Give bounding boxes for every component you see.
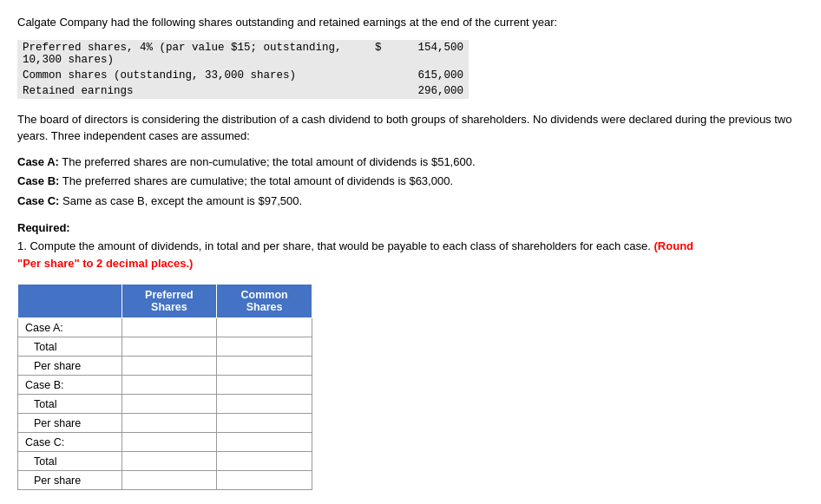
table-row: Total — [18, 395, 312, 414]
case-b-pershare-label: Per share — [18, 414, 122, 433]
case-b-preferred-total-cell — [122, 376, 217, 395]
case-a-common-pershare-input-cell[interactable] — [217, 357, 312, 376]
col-common: CommonShares — [217, 285, 312, 318]
case-c-common-pershare-input-cell[interactable] — [217, 471, 312, 490]
table-row: Per share — [18, 471, 312, 490]
case-a-preferred-pershare-input[interactable] — [129, 360, 210, 372]
case-a-total-label: Total — [18, 337, 122, 357]
case-b-common-pershare-input[interactable] — [224, 417, 305, 429]
case-b-common-total-input-cell[interactable] — [217, 395, 312, 414]
table-row: Total — [18, 452, 312, 471]
case-a-common-total-cell — [217, 318, 312, 337]
case-c-text: Case C: Same as case B, except the amoun… — [17, 193, 804, 211]
case-c-common-pershare-input[interactable] — [224, 475, 305, 487]
case-a-preferred-pershare-input-cell[interactable] — [122, 357, 217, 376]
case-b-text: Case B: The preferred shares are cumulat… — [17, 173, 804, 191]
case-c-common-total-cell — [217, 433, 312, 452]
case-c-row-label: Case C: — [18, 433, 122, 452]
case-b-total-label: Total — [18, 395, 122, 414]
case-c-label: Case C: — [17, 194, 59, 207]
case-b-common-pershare-input-cell[interactable] — [217, 414, 312, 433]
case-c-preferred-total-cell — [122, 433, 217, 452]
table-corner — [18, 285, 122, 318]
case-a-preferred-total-cell — [122, 318, 217, 337]
case-b-common-total-input[interactable] — [224, 398, 305, 410]
table-row: Case A: — [18, 318, 312, 337]
share-dollar-0: $ — [366, 40, 387, 68]
case-c-common-total-input-cell[interactable] — [217, 452, 312, 471]
cases-section: Case A: The preferred shares are non-cum… — [17, 154, 804, 211]
case-b-preferred-total-input[interactable] — [129, 398, 210, 410]
case-a-preferred-total-input-cell[interactable] — [122, 337, 217, 357]
dividend-table: PreferredShares CommonShares Case A: Tot… — [17, 284, 312, 490]
share-dollar-1 — [366, 68, 387, 83]
case-a-common-total-input-cell[interactable] — [217, 337, 312, 357]
instruction-decimal: "Per share" to 2 decimal places.) — [17, 257, 193, 270]
required-section: Required: 1. Compute the amount of divid… — [17, 219, 804, 273]
table-row: Case C: — [18, 433, 312, 452]
table-row: Case B: — [18, 376, 312, 395]
case-a-preferred-total-input[interactable] — [129, 341, 210, 353]
case-b-desc: The preferred shares are cumulative; the… — [59, 174, 453, 187]
share-label-2: Retained earnings — [17, 83, 366, 99]
instruction-round: (Round — [654, 239, 693, 252]
case-c-preferred-pershare-input-cell[interactable] — [122, 471, 217, 490]
case-b-common-total-cell — [217, 376, 312, 395]
table-row: Per share — [18, 414, 312, 433]
table-row: Total — [18, 337, 312, 357]
board-text: The board of directors is considering th… — [17, 111, 804, 145]
table-row: Per share — [18, 357, 312, 376]
col-preferred: PreferredShares — [122, 285, 217, 318]
case-c-preferred-pershare-input[interactable] — [129, 475, 210, 487]
share-dollar-2 — [366, 83, 387, 99]
case-c-total-label: Total — [18, 452, 122, 471]
case-c-pershare-label: Per share — [18, 471, 122, 490]
case-a-label: Case A: — [17, 155, 59, 168]
instruction-text: 1. Compute the amount of dividends, in t… — [17, 239, 651, 252]
share-label-1: Common shares (outstanding, 33,000 share… — [17, 68, 366, 83]
case-b-row-label: Case B: — [18, 376, 122, 395]
case-a-desc: The preferred shares are non-cumulative;… — [59, 155, 476, 168]
share-value-0: 154,500 — [386, 40, 469, 68]
case-a-text: Case A: The preferred shares are non-cum… — [17, 154, 804, 172]
share-value-1: 615,000 — [386, 68, 469, 83]
case-a-row-label: Case A: — [18, 318, 122, 337]
case-a-common-total-input[interactable] — [224, 341, 305, 353]
case-b-preferred-pershare-input-cell[interactable] — [122, 414, 217, 433]
required-label: Required: — [17, 219, 804, 238]
case-c-desc: Same as case B, except the amount is $97… — [59, 194, 302, 207]
case-a-pershare-label: Per share — [18, 357, 122, 376]
shares-table: Preferred shares, 4% (par value $15; out… — [17, 40, 469, 99]
case-c-preferred-total-input-cell[interactable] — [122, 452, 217, 471]
share-value-2: 296,000 — [386, 83, 469, 99]
case-a-common-pershare-input[interactable] — [224, 360, 305, 372]
case-b-preferred-total-input-cell[interactable] — [122, 395, 217, 414]
share-label-0: Preferred shares, 4% (par value $15; out… — [17, 40, 366, 68]
case-b-label: Case B: — [17, 174, 59, 187]
required-instruction: 1. Compute the amount of dividends, in t… — [17, 238, 804, 274]
case-c-preferred-total-input[interactable] — [129, 455, 210, 468]
case-b-preferred-pershare-input[interactable] — [129, 417, 210, 429]
case-c-common-total-input[interactable] — [224, 455, 305, 468]
intro-text: Calgate Company had the following shares… — [17, 14, 804, 31]
